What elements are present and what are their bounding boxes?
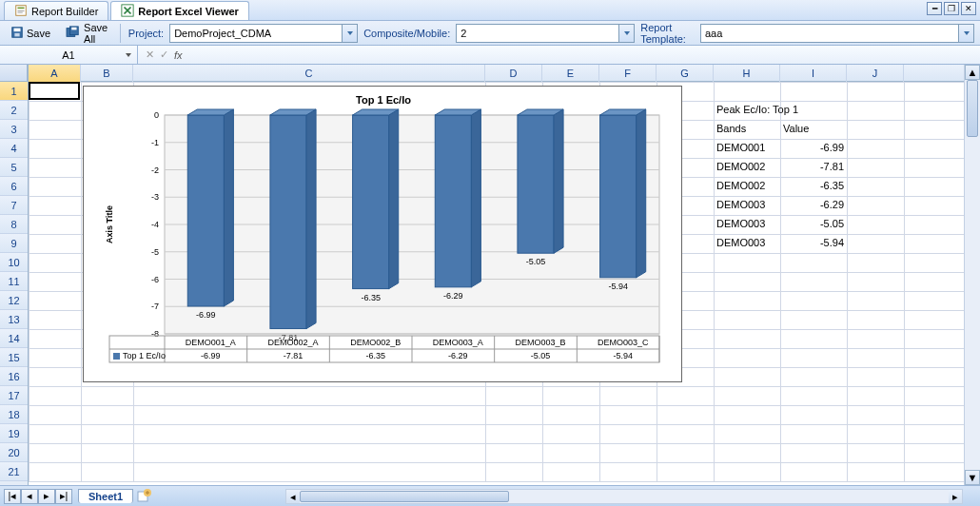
row-header[interactable]: 2 — [0, 101, 28, 120]
dropdown-arrow-icon[interactable] — [122, 49, 135, 62]
row-header[interactable]: 14 — [0, 329, 28, 348]
name-box[interactable]: A1 — [0, 46, 138, 64]
svg-text:-6.99: -6.99 — [201, 351, 221, 360]
composite-combo[interactable] — [456, 24, 635, 43]
svg-text:DEMO002_A: DEMO002_A — [267, 338, 318, 347]
svg-text:-7.81: -7.81 — [284, 351, 304, 360]
row-header[interactable]: 18 — [0, 405, 28, 424]
svg-text:Axis Title: Axis Title — [105, 205, 114, 243]
cell-value: DEMO003 — [716, 199, 777, 210]
dropdown-arrow-icon[interactable] — [342, 25, 357, 42]
tab-label: Report Excel Viewer — [138, 6, 239, 17]
row-header[interactable]: 9 — [0, 234, 28, 253]
sheet-next-button[interactable]: ▸ — [38, 489, 55, 504]
scroll-left-button[interactable]: ◂ — [286, 490, 300, 503]
enter-icon[interactable]: ✓ — [160, 49, 168, 61]
insert-sheet-icon[interactable] — [137, 489, 152, 504]
sheet-tab[interactable]: Sheet1 — [78, 489, 133, 503]
svg-rect-7 — [14, 32, 19, 36]
embedded-chart[interactable]: Top 1 Ec/Io0-1-2-3-4-5-6-7-8Axis Title-6… — [83, 86, 682, 382]
svg-text:-6.29: -6.29 — [448, 351, 468, 360]
cell-value: -5.05 — [783, 218, 844, 229]
row-header[interactable]: 5 — [0, 158, 28, 177]
cell-value: -6.29 — [783, 199, 844, 210]
scroll-thumb[interactable] — [300, 491, 509, 502]
svg-rect-77 — [113, 353, 120, 360]
row-header[interactable]: 10 — [0, 253, 28, 272]
horizontal-scrollbar[interactable]: ◂ ▸ — [285, 489, 963, 504]
svg-text:-7: -7 — [151, 302, 159, 311]
column-header[interactable]: E — [542, 65, 599, 82]
row-header[interactable]: 16 — [0, 367, 28, 386]
svg-rect-10 — [71, 27, 76, 29]
svg-text:DEMO001_A: DEMO001_A — [186, 338, 236, 347]
dropdown-arrow-icon[interactable] — [618, 25, 634, 42]
sheet-last-button[interactable]: ▸| — [55, 489, 72, 504]
formula-zone: ✕ ✓ fx — [138, 49, 980, 62]
save-button[interactable]: Save — [6, 23, 55, 44]
row-header[interactable]: 1 — [0, 82, 28, 101]
row-header[interactable]: 7 — [0, 196, 28, 215]
save-label: Save — [27, 28, 50, 39]
scroll-up-button[interactable]: ▲ — [965, 65, 980, 80]
row-header[interactable]: 15 — [0, 348, 28, 367]
separator — [120, 24, 121, 43]
cell-value: -7.81 — [783, 161, 844, 172]
close-button[interactable]: ✕ — [961, 2, 976, 15]
formula-bar: A1 ✕ ✓ fx — [0, 46, 980, 65]
row-header[interactable]: 8 — [0, 215, 28, 234]
svg-rect-40 — [353, 115, 389, 289]
column-header[interactable]: B — [81, 65, 133, 82]
row-header[interactable]: 17 — [0, 386, 28, 405]
cell-value: Value — [783, 123, 844, 134]
cancel-icon[interactable]: ✕ — [146, 49, 154, 61]
svg-text:DEMO002_B: DEMO002_B — [350, 338, 401, 347]
row-header[interactable]: 19 — [0, 424, 28, 443]
minimize-button[interactable]: ━ — [927, 2, 942, 15]
select-all-corner[interactable] — [0, 65, 28, 82]
row-header[interactable]: 4 — [0, 139, 28, 158]
svg-text:0: 0 — [154, 110, 159, 120]
tab-report-excel-viewer[interactable]: Report Excel Viewer — [110, 1, 249, 20]
row-header[interactable]: 11 — [0, 272, 28, 291]
column-header[interactable]: A — [29, 65, 81, 82]
column-header[interactable]: I — [780, 65, 847, 82]
svg-rect-48 — [518, 115, 554, 253]
column-header[interactable]: G — [657, 65, 714, 82]
scroll-right-button[interactable]: ▸ — [949, 490, 962, 503]
row-header[interactable]: 3 — [0, 120, 28, 139]
save-all-button[interactable]: Save All — [61, 19, 112, 48]
maximize-button[interactable]: ❐ — [944, 2, 959, 15]
formula-input[interactable] — [188, 49, 980, 62]
cells-area[interactable]: ABCDEFGHIJ Peak Ec/Io: Top 1BandsValueDE… — [29, 65, 964, 485]
svg-text:-5.05: -5.05 — [531, 351, 551, 360]
svg-text:-2: -2 — [151, 165, 159, 175]
project-input[interactable] — [170, 25, 342, 42]
sheet-prev-button[interactable]: ◂ — [21, 489, 38, 504]
composite-label: Composite/Mobile: — [363, 28, 450, 39]
project-combo[interactable] — [169, 24, 358, 43]
row-header[interactable]: 13 — [0, 310, 28, 329]
scroll-thumb[interactable] — [967, 80, 978, 137]
row-header[interactable]: 6 — [0, 177, 28, 196]
dropdown-arrow-icon[interactable] — [958, 25, 973, 42]
vertical-scrollbar[interactable]: ▲ ▼ — [964, 65, 980, 485]
column-header[interactable]: F — [599, 65, 657, 82]
row-header[interactable]: 12 — [0, 291, 28, 310]
sheet-first-button[interactable]: |◂ — [4, 489, 21, 504]
svg-text:-4: -4 — [151, 220, 159, 229]
svg-marker-45 — [471, 109, 480, 287]
row-header[interactable]: 20 — [0, 443, 28, 462]
template-input[interactable] — [701, 25, 958, 42]
composite-input[interactable] — [457, 25, 618, 42]
column-header[interactable]: H — [714, 65, 780, 82]
template-combo[interactable] — [700, 24, 974, 43]
column-header[interactable]: J — [847, 65, 904, 82]
tab-report-builder[interactable]: Report Builder — [4, 1, 108, 20]
scroll-down-button[interactable]: ▼ — [965, 470, 980, 485]
row-header[interactable]: 21 — [0, 462, 28, 481]
column-header[interactable]: D — [485, 65, 542, 82]
cell-value: DEMO001 — [716, 142, 777, 153]
fx-icon[interactable]: fx — [174, 49, 183, 61]
column-header[interactable]: C — [133, 65, 485, 82]
